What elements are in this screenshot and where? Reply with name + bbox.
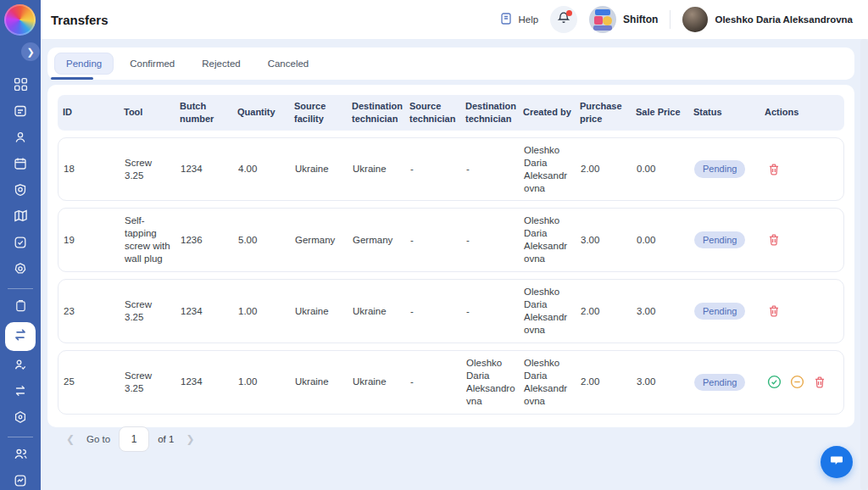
col-purchase-price: Purchase price <box>575 100 631 125</box>
sidebar-item-notes[interactable] <box>5 99 36 125</box>
row-actions <box>760 304 843 318</box>
cell-source-facility: Ukraine <box>290 305 348 318</box>
cell-destination-technician-2: - <box>461 234 519 247</box>
cell-created-by: Oleshko Daria Aleksandrovna <box>519 286 576 337</box>
cell-quantity: 5.00 <box>233 234 290 247</box>
cell-destination-technician: Ukraine <box>348 376 405 388</box>
sidebar-item-schedule[interactable] <box>5 152 36 178</box>
sidebar-item-settings[interactable] <box>5 257 36 283</box>
company-switcher[interactable]: Shifton <box>589 6 658 33</box>
row-actions <box>760 375 843 389</box>
cell-tool: Screw 3.25 <box>120 157 175 182</box>
cell-sale-price: 0.00 <box>632 234 689 247</box>
sidebar-divider <box>8 288 33 289</box>
sidebar-item-payroll[interactable] <box>5 178 36 204</box>
active-tab-indicator <box>51 77 93 80</box>
sidebar-item-exchange[interactable] <box>5 379 36 405</box>
approve-action-icon[interactable] <box>767 375 782 389</box>
status-badge: Pending <box>694 231 745 248</box>
cell-id: 18 <box>58 163 120 175</box>
user-avatar <box>682 7 708 32</box>
clipboard-icon <box>14 299 27 315</box>
sidebar-item-inventory[interactable] <box>5 294 36 320</box>
cell-destination-technician-2: - <box>461 163 519 175</box>
users-icon <box>14 447 28 465</box>
col-actions: Actions <box>760 106 844 119</box>
notification-dot <box>566 10 572 16</box>
sidebar-item-tasks[interactable] <box>5 231 36 257</box>
sidebar-item-employees[interactable] <box>5 125 36 152</box>
sidebar-item-activity[interactable] <box>5 469 36 490</box>
page-title: Transfers <box>51 13 108 27</box>
scrollbar[interactable] <box>860 39 868 490</box>
col-destination-technician-2: Destination technician <box>460 100 518 125</box>
table-row: 18 Screw 3.25 1234 4.00 Ukraine Ukraine … <box>58 137 844 202</box>
cell-source-technician: - <box>405 376 461 388</box>
top-header: Transfers Help Shifton Oleshko Daria Ale… <box>41 0 868 39</box>
cell-destination-technician: Ukraine <box>348 305 405 318</box>
delete-action-icon[interactable] <box>767 304 781 318</box>
prev-page-icon[interactable]: ❮ <box>63 433 78 445</box>
col-id: ID <box>58 106 119 119</box>
go-to-label: Go to <box>86 434 110 444</box>
col-sale-price: Sale Price <box>631 106 688 119</box>
map-icon <box>14 209 28 226</box>
cell-source-technician: - <box>405 163 461 175</box>
cell-tool: Screw 3.25 <box>120 370 175 395</box>
modules-icon <box>14 410 27 427</box>
sidebar-item-dashboard[interactable] <box>5 73 36 99</box>
settings-icon <box>14 262 27 279</box>
cell-source-technician: - <box>405 234 461 247</box>
status-badge: Pending <box>694 160 745 177</box>
activity-icon <box>14 474 27 490</box>
chat-widget-button[interactable] <box>821 446 853 478</box>
col-butch-number: Butch number <box>175 100 232 125</box>
help-book-icon <box>499 12 513 27</box>
cell-purchase-price: 2.00 <box>576 163 632 175</box>
delete-action-icon[interactable] <box>767 233 781 247</box>
cell-sale-price: 3.00 <box>632 376 689 388</box>
sidebar-divider <box>8 437 33 437</box>
chat-bubble-icon <box>829 453 844 471</box>
pagination: ❮ Go to of 1 ❯ <box>58 426 844 452</box>
sidebar-item-transfers[interactable] <box>5 322 36 351</box>
notifications-button[interactable] <box>550 6 577 33</box>
delete-action-icon[interactable] <box>767 163 781 176</box>
cell-purchase-price: 3.00 <box>576 234 632 247</box>
cell-destination-technician: Ukraine <box>348 163 405 175</box>
col-destination-technician: Destination technician <box>347 100 404 125</box>
cell-butch-number: 1234 <box>175 305 233 318</box>
tabs-bar: Pending Confirmed Rejected Canceled <box>47 47 854 80</box>
page-input[interactable] <box>119 426 149 452</box>
sidebar-expand-button[interactable]: ❯ <box>21 42 40 61</box>
table-row: 25 Screw 3.25 1234 1.00 Ukraine Ukraine … <box>58 350 844 415</box>
sidebar-item-users[interactable] <box>5 443 36 469</box>
next-page-icon[interactable]: ❯ <box>182 433 198 445</box>
sidebar-item-map[interactable] <box>5 204 36 231</box>
row-actions <box>760 233 843 247</box>
hold-action-icon[interactable] <box>790 375 804 389</box>
notes-icon <box>14 104 27 121</box>
tab-rejected[interactable]: Rejected <box>191 53 251 74</box>
sidebar-item-technicians[interactable] <box>5 353 36 379</box>
tab-pending[interactable]: Pending <box>54 53 114 75</box>
col-quantity: Quantity <box>232 106 289 119</box>
main-content: Pending Confirmed Rejected Canceled ID T… <box>41 39 868 490</box>
cell-quantity: 1.00 <box>233 305 290 318</box>
payroll-icon <box>14 183 27 200</box>
tab-canceled[interactable]: Canceled <box>257 53 320 74</box>
cell-created-by: Oleshko Daria Aleksandrovna <box>519 214 576 265</box>
delete-action-icon[interactable] <box>813 376 826 389</box>
user-menu[interactable]: Oleshko Daria Aleksandrovna <box>682 7 853 32</box>
status-badge: Pending <box>694 374 745 391</box>
cell-tool: Screw 3.25 <box>120 298 175 324</box>
sidebar-item-modules[interactable] <box>5 405 36 432</box>
cell-purchase-price: 2.00 <box>576 305 632 318</box>
help-button[interactable]: Help <box>499 12 538 27</box>
col-status: Status <box>688 106 760 119</box>
table-body: 18 Screw 3.25 1234 4.00 Ukraine Ukraine … <box>58 137 844 415</box>
app-logo-icon[interactable] <box>4 4 36 36</box>
sidebar: ❯ <box>0 0 41 490</box>
cell-id: 19 <box>58 234 120 247</box>
tab-confirmed[interactable]: Confirmed <box>119 53 186 74</box>
